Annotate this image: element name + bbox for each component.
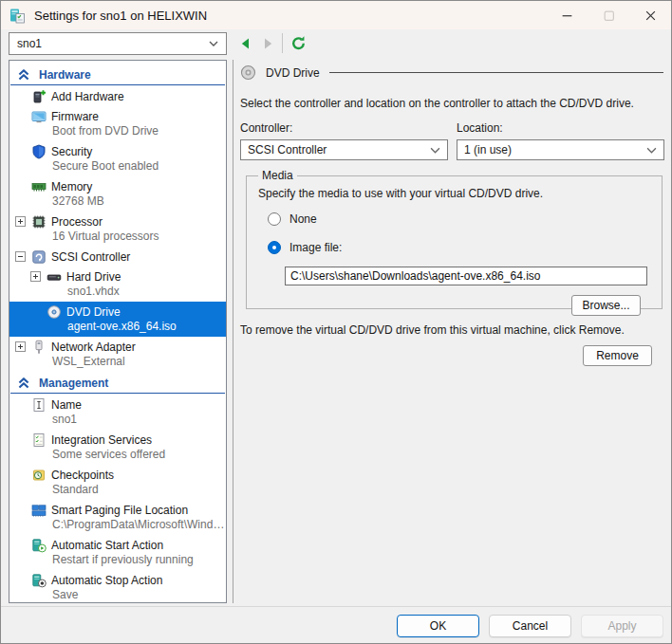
scsi-controller-icon (31, 249, 47, 265)
name-icon (31, 397, 47, 413)
sidebar-item-name[interactable]: Namesno1 (9, 395, 226, 430)
location-select[interactable]: 1 (in use) (457, 139, 664, 160)
section-header-management[interactable]: Management (10, 374, 225, 394)
remove-button[interactable]: Remove (583, 345, 652, 366)
apply-button[interactable]: Apply (581, 615, 663, 637)
item-subtitle: 16 Virtual processors (9, 230, 226, 245)
navigate-back-button[interactable] (238, 36, 253, 51)
panel-separator (233, 60, 233, 603)
item-label: DVD Drive (66, 305, 121, 319)
expand-box-icon[interactable] (15, 341, 26, 352)
item-label: Name (51, 398, 82, 412)
item-subtitle: Boot from DVD Drive (9, 124, 226, 139)
item-label: Processor (51, 215, 103, 229)
toolbar-separator (282, 33, 283, 53)
forward-icon (260, 36, 275, 51)
dvd-disc-icon (240, 64, 256, 81)
expand-box-icon[interactable] (30, 271, 41, 282)
sidebar-item-automatic-start-action[interactable]: Automatic Start ActionRestart if previou… (9, 535, 226, 570)
media-option-none[interactable]: None (268, 212, 652, 226)
auto-start-icon (31, 538, 47, 553)
vm-selector[interactable]: sno1 (9, 32, 227, 55)
sidebar-item-smart-paging-file-location[interactable]: Smart Paging File LocationC:\ProgramData… (9, 500, 226, 535)
item-subtitle: Some services offered (9, 448, 226, 463)
item-label: Hard Drive (66, 270, 121, 284)
refresh-button[interactable] (290, 35, 307, 51)
item-subtitle: sno1 (9, 413, 226, 428)
header-rule (329, 72, 663, 73)
item-subtitle: Standard (9, 483, 226, 498)
expand-box-icon[interactable] (15, 216, 26, 227)
media-option-image-file[interactable]: Image file: (268, 241, 652, 254)
item-label: Security (51, 145, 92, 158)
firmware-icon (31, 109, 47, 124)
sidebar-item-network-adapter[interactable]: Network AdapterWSL_External (9, 337, 226, 372)
sidebar-item-checkpoints[interactable]: CheckpointsStandard (9, 465, 226, 500)
sidebar-item-processor[interactable]: Processor16 Virtual processors (9, 212, 226, 247)
controller-label: Controller: (240, 121, 448, 135)
item-subtitle: Save (9, 588, 226, 603)
item-subtitle: sno1.vhdx (9, 285, 226, 300)
checkpoints-icon (31, 468, 47, 483)
media-groupbox: Media Specify the media to use with your… (246, 169, 663, 309)
dvd-drive-icon (47, 304, 62, 320)
network-adapter-icon (31, 340, 47, 355)
refresh-icon (290, 35, 307, 51)
sidebar-item-firmware[interactable]: FirmwareBoot from DVD Drive (9, 106, 226, 141)
item-label: Network Adapter (51, 340, 136, 354)
sidebar-item-hard-drive[interactable]: Hard Drivesno1.vhdx (9, 267, 226, 302)
vm-selector-value: sno1 (17, 37, 42, 50)
section-label: Management (39, 377, 108, 390)
ok-button[interactable]: OK (397, 615, 479, 637)
maximize-icon (605, 11, 613, 20)
hardware-tree: HardwareAdd HardwareFirmwareBoot from DV… (9, 60, 227, 603)
window-title: Settings for sno1 on HELIXWIN (34, 9, 207, 23)
chevron-down-icon (209, 41, 218, 46)
sidebar-item-memory[interactable]: Memory32768 MB (9, 176, 226, 212)
minimize-button[interactable] (546, 1, 588, 29)
sidebar-item-scsi-controller[interactable]: SCSI Controller (9, 247, 226, 267)
titlebar: Settings for sno1 on HELIXWIN (1, 1, 671, 29)
item-label: Memory (51, 180, 92, 193)
sidebar-item-dvd-drive[interactable]: DVD Driveagent-ove.x86_64.iso (9, 302, 226, 337)
collapse-chevron-icon (18, 377, 29, 389)
remove-hint-text: To remove the virtual CD/DVD drive from … (240, 323, 665, 337)
processor-icon (31, 214, 47, 230)
smart-paging-icon (31, 503, 47, 518)
radio-none-label: None (289, 212, 317, 226)
dvd-drive-panel: DVD Drive Select the controller and loca… (240, 60, 665, 603)
section-header-hardware[interactable]: Hardware (10, 65, 225, 85)
maximize-button[interactable] (588, 1, 629, 29)
sidebar-item-security[interactable]: SecuritySecure Boot enabled (9, 141, 226, 176)
item-label: Integration Services (51, 433, 152, 447)
item-label: Smart Paging File Location (51, 504, 188, 517)
controller-select[interactable]: SCSI Controller (240, 139, 448, 160)
hyperv-settings-app-icon (9, 8, 26, 24)
hard-drive-icon (47, 269, 62, 285)
browse-button[interactable]: Browse... (571, 295, 641, 316)
location-select-value: 1 (in use) (464, 143, 512, 156)
radio-none[interactable] (268, 212, 281, 226)
sidebar-item-integration-services[interactable]: Integration ServicesSome services offere… (9, 430, 226, 465)
location-label: Location: (457, 121, 664, 135)
cancel-button[interactable]: Cancel (489, 615, 571, 637)
back-icon (238, 36, 253, 51)
item-subtitle: agent-ove.x86_64.iso (9, 320, 226, 335)
collapse-box-icon[interactable] (15, 251, 26, 262)
sidebar-item-automatic-stop-action[interactable]: Automatic Stop ActionSave (9, 570, 226, 603)
media-description: Specify the media to use with your virtu… (258, 187, 652, 200)
navigate-forward-button[interactable] (260, 36, 275, 51)
radio-image-file[interactable] (268, 241, 281, 254)
sidebar-item-add-hardware[interactable]: Add Hardware (9, 86, 226, 106)
panel-intro-text: Select the controller and location on th… (240, 97, 665, 110)
image-file-input[interactable] (285, 267, 647, 285)
collapse-chevron-icon (18, 69, 29, 81)
close-button[interactable] (629, 1, 671, 29)
security-icon (31, 144, 47, 159)
radio-image-file-label: Image file: (289, 241, 342, 254)
auto-stop-icon (31, 573, 47, 588)
item-subtitle: Restart if previously running (9, 553, 226, 568)
close-icon (646, 11, 655, 20)
panel-header: DVD Drive (240, 64, 665, 81)
chevron-down-icon (430, 147, 440, 154)
